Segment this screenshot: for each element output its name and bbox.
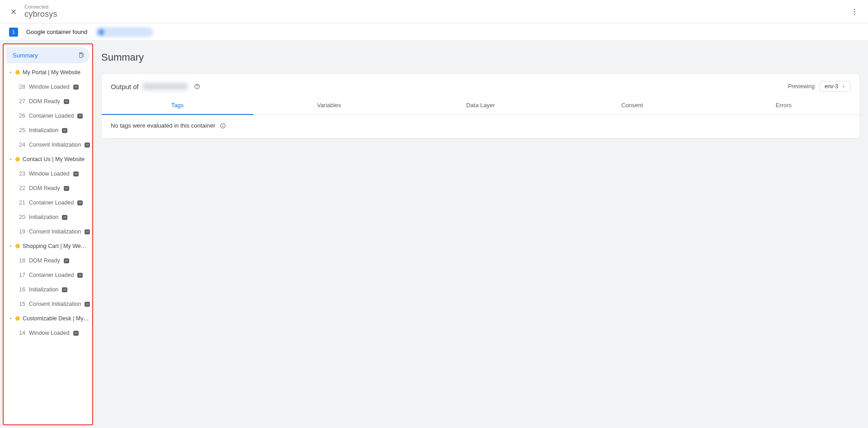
info-button[interactable]	[220, 123, 226, 129]
page-group-header[interactable]: Customizable Desk | My…	[4, 311, 92, 326]
more-menu-button[interactable]	[845, 3, 863, 21]
info-icon	[220, 123, 226, 129]
tab-data-layer[interactable]: Data Layer	[405, 97, 556, 114]
event-row[interactable]: 18 DOM Ready ‹›	[4, 253, 92, 268]
api-call-chip: ‹›	[64, 186, 69, 191]
event-number: 20	[17, 214, 25, 220]
event-label: DOM Ready	[29, 257, 60, 264]
event-label: Window Loaded	[29, 84, 70, 90]
container-id-chip[interactable]	[95, 27, 153, 37]
sidebar-summary-label: Summary	[13, 52, 38, 59]
main-area: Summary My Portal | My Website 28 Window…	[0, 41, 868, 428]
page-title-label: Customizable Desk | My…	[23, 315, 89, 322]
card-header: Output of Previewing: env-3	[102, 74, 859, 97]
tab-consent[interactable]: Consent	[557, 97, 708, 114]
event-label: Container Loaded	[29, 113, 74, 119]
event-number: 16	[17, 286, 25, 293]
event-number: 28	[17, 84, 25, 90]
sidebar-page-group: Shopping Cart | My We… 18 DOM Ready ‹› 1…	[4, 239, 92, 311]
api-call-chip: ‹›	[77, 114, 83, 119]
event-row[interactable]: 20 Initialization ‹›	[4, 210, 92, 224]
chevron-right-icon	[841, 84, 846, 89]
event-number: 25	[17, 127, 25, 133]
api-call-chip: ‹›	[85, 143, 90, 147]
event-label: DOM Ready	[29, 185, 60, 191]
caret-down-icon	[8, 157, 13, 162]
api-call-chip: ‹›	[64, 99, 69, 104]
event-row[interactable]: 17 Container Loaded ‹›	[4, 268, 92, 282]
api-call-chip: ‹›	[85, 302, 90, 307]
event-number: 24	[17, 142, 25, 148]
event-number: 14	[17, 330, 25, 336]
event-number: 21	[17, 200, 25, 206]
event-label: Initialization	[29, 286, 58, 293]
event-number: 18	[17, 257, 25, 264]
svg-point-1	[854, 11, 855, 12]
event-number: 15	[17, 301, 25, 307]
event-label: Consent Initialization	[29, 301, 81, 307]
event-label: Initialization	[29, 214, 58, 220]
container-count-badge: 1	[9, 28, 18, 37]
event-label: Container Loaded	[29, 200, 74, 206]
connection-status: Connected	[24, 4, 57, 10]
help-button[interactable]	[194, 83, 200, 90]
api-call-chip: ‹›	[62, 287, 67, 292]
caret-down-icon	[8, 316, 13, 321]
status-dot-icon	[15, 316, 20, 321]
api-call-chip: ‹›	[73, 331, 79, 336]
event-row[interactable]: 16 Initialization ‹›	[4, 282, 92, 297]
close-icon	[9, 8, 18, 16]
status-dot-icon	[15, 157, 20, 162]
api-call-chip: ‹›	[85, 229, 90, 234]
environment-name: env-3	[825, 83, 838, 90]
event-row[interactable]: 23 Window Loaded ‹›	[4, 166, 92, 181]
tab-errors[interactable]: Errors	[708, 97, 859, 114]
sidebar-page-group: Contact Us | My Website 23 Window Loaded…	[4, 152, 92, 239]
tab-variables[interactable]: Variables	[253, 97, 405, 114]
event-label: Consent Initialization	[29, 228, 81, 235]
sidebar-summary-item[interactable]: Summary	[6, 47, 90, 63]
event-row[interactable]: 27 DOM Ready ‹›	[4, 94, 92, 109]
title-block: Connected cybrosys	[24, 4, 57, 19]
event-number: 23	[17, 171, 25, 177]
event-row[interactable]: 26 Container Loaded ‹›	[4, 109, 92, 123]
event-number: 22	[17, 185, 25, 191]
environment-selector[interactable]: env-3	[820, 81, 850, 92]
svg-point-6	[223, 124, 223, 124]
container-found-label: Google container found	[26, 29, 87, 35]
container-bar: 1 Google container found	[0, 24, 868, 41]
output-tabs: TagsVariablesData LayerConsentErrors	[102, 97, 859, 115]
event-number: 17	[17, 272, 25, 278]
close-button[interactable]	[5, 3, 23, 21]
page-group-header[interactable]: My Portal | My Website	[4, 65, 92, 80]
event-row[interactable]: 19 Consent Initialization ‹›	[4, 224, 92, 239]
output-container-id	[142, 83, 188, 90]
svg-point-4	[197, 87, 197, 88]
event-row[interactable]: 22 DOM Ready ‹›	[4, 181, 92, 195]
event-row[interactable]: 21 Container Loaded ‹›	[4, 195, 92, 210]
event-number: 26	[17, 113, 25, 119]
connected-domain: cybrosys	[24, 10, 57, 19]
tab-tags[interactable]: Tags	[102, 97, 253, 115]
output-card: Output of Previewing: env-3 TagsVariable…	[101, 73, 860, 138]
caret-down-icon	[8, 70, 13, 75]
event-label: Initialization	[29, 127, 58, 133]
event-row[interactable]: 28 Window Loaded ‹›	[4, 80, 92, 94]
api-call-chip: ‹›	[77, 200, 83, 205]
event-row[interactable]: 24 Consent Initialization ‹›	[4, 138, 92, 152]
event-row[interactable]: 25 Initialization ‹›	[4, 123, 92, 138]
event-row[interactable]: 14 Window Loaded ‹›	[4, 326, 92, 340]
tags-empty-state: No tags were evaluated in this container	[102, 115, 859, 138]
event-row[interactable]: 15 Consent Initialization ‹›	[4, 297, 92, 311]
status-dot-icon	[15, 70, 20, 75]
output-prefix: Output of	[111, 83, 139, 90]
page-group-header[interactable]: Contact Us | My Website	[4, 152, 92, 166]
clear-events-button[interactable]	[78, 52, 85, 59]
page-group-header[interactable]: Shopping Cart | My We…	[4, 239, 92, 253]
sidebar-page-group: My Portal | My Website 28 Window Loaded …	[4, 65, 92, 152]
sidebar-page-group: Customizable Desk | My… 14 Window Loaded…	[4, 311, 92, 340]
status-dot-icon	[15, 244, 20, 248]
svg-point-0	[854, 9, 855, 10]
help-icon	[194, 83, 200, 90]
event-number: 19	[17, 228, 25, 235]
